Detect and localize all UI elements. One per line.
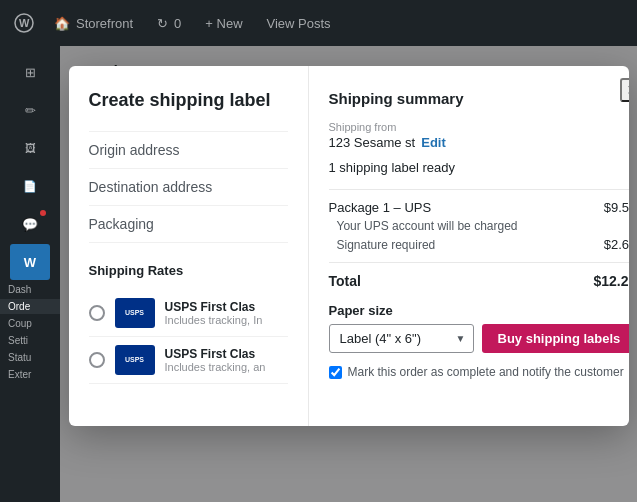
total-price: $12.22 [593, 273, 628, 289]
paper-size-section: Paper size Label (4" x 6") Label (4" x 8… [329, 303, 629, 353]
sidebar-icon-comments[interactable]: 💬 [10, 206, 50, 242]
view-posts-label: View Posts [267, 16, 331, 31]
notify-checkbox-row: Mark this order as complete and notify t… [329, 365, 629, 379]
rate-name-1: USPS First Clas [165, 347, 288, 361]
rate-item-1[interactable]: USPS USPS First Clas Includes tracking, … [89, 337, 288, 384]
summary-title: Shipping summary [329, 90, 629, 107]
address-row: 123 Sesame st Edit [329, 135, 629, 150]
total-row: Total $12.22 [329, 273, 629, 289]
sidebar-icon-posts[interactable]: ✏ [10, 92, 50, 128]
modal-right-panel: × Shipping summary Shipping from 123 Ses… [309, 66, 629, 426]
from-address: 123 Sesame st [329, 135, 416, 150]
rate-name-0: USPS First Clas [165, 300, 288, 314]
updates-icon: ↻ [157, 16, 168, 31]
sidebar-text-coupons[interactable]: Coup [0, 316, 60, 331]
paper-size-select[interactable]: Label (4" x 6") Label (4" x 8") Paper (8… [329, 324, 474, 353]
total-label: Total [329, 273, 361, 289]
wp-logo[interactable]: W [8, 7, 40, 39]
label-ready-text: 1 shipping label ready [329, 160, 629, 175]
shipping-modal: Create shipping label Origin address Des… [69, 66, 629, 426]
rate-item-0[interactable]: USPS USPS First Clas Includes tracking, … [89, 290, 288, 337]
sidebar-icon-media[interactable]: 🖼 [10, 130, 50, 166]
content-area: Orders Create shipping label Origin addr… [60, 46, 637, 502]
sidebar-text-dashboard[interactable]: Dash [0, 282, 60, 297]
new-nav[interactable]: + New [195, 0, 252, 46]
step-origin[interactable]: Origin address [89, 131, 288, 169]
main-layout: ⊞ ✏ 🖼 📄 💬 W Dash Orde Coup Setti Statu E… [0, 46, 637, 502]
rate-radio-1[interactable] [89, 352, 105, 368]
rate-desc-0: Includes tracking, In [165, 314, 288, 326]
storefront-nav[interactable]: 🏠 Storefront [44, 0, 143, 46]
signature-label: Signature required [329, 238, 436, 252]
sidebar-icon-pages[interactable]: 📄 [10, 168, 50, 204]
sidebar-text-settings[interactable]: Setti [0, 333, 60, 348]
shipping-from-label: Shipping from [329, 121, 629, 133]
close-button[interactable]: × [620, 78, 628, 102]
package-line: Package 1 – UPS $9.57 [329, 200, 629, 215]
sidebar-text-extensions[interactable]: Exter [0, 367, 60, 382]
divider-2 [329, 262, 629, 263]
rate-info-0: USPS First Clas Includes tracking, In [165, 300, 288, 326]
notify-label: Mark this order as complete and notify t… [348, 365, 624, 379]
admin-bar: W 🏠 Storefront ↻ 0 + New View Posts [0, 0, 637, 46]
rate-info-1: USPS First Clas Includes tracking, an [165, 347, 288, 373]
rate-desc-1: Includes tracking, an [165, 361, 288, 373]
signature-price: $2.65 [604, 237, 629, 252]
modal-left-panel: Create shipping label Origin address Des… [69, 66, 309, 426]
notify-checkbox[interactable] [329, 366, 342, 379]
house-icon: 🏠 [54, 16, 70, 31]
storefront-label: Storefront [76, 16, 133, 31]
divider-1 [329, 189, 629, 190]
step-packaging[interactable]: Packaging [89, 206, 288, 243]
carrier-logo-1: USPS [115, 345, 155, 375]
sidebar-icon-dashboard[interactable]: ⊞ [10, 54, 50, 90]
carrier-logo-0: USPS [115, 298, 155, 328]
modal-title: Create shipping label [89, 90, 288, 111]
package-label: Package 1 – UPS [329, 200, 432, 215]
package-price: $9.57 [604, 200, 629, 215]
paper-size-label: Paper size [329, 303, 629, 318]
paper-size-select-wrapper: Label (4" x 6") Label (4" x 8") Paper (8… [329, 324, 474, 353]
address-steps: Origin address Destination address Packa… [89, 131, 288, 243]
carrier-logo-text-0: USPS [125, 309, 144, 317]
edit-address-link[interactable]: Edit [421, 135, 446, 150]
modal-overlay: Create shipping label Origin address Des… [60, 46, 637, 502]
new-label: + New [205, 16, 242, 31]
buy-labels-button[interactable]: Buy shipping labels [482, 324, 629, 353]
view-posts-nav[interactable]: View Posts [257, 0, 341, 46]
carrier-logo-text-1: USPS [125, 356, 144, 364]
svg-text:W: W [19, 17, 30, 29]
paper-size-row: Label (4" x 6") Label (4" x 8") Paper (8… [329, 324, 629, 353]
sidebar-text-status[interactable]: Statu [0, 350, 60, 365]
sidebar-text-orders[interactable]: Orde [0, 299, 60, 314]
updates-nav[interactable]: ↻ 0 [147, 0, 191, 46]
step-destination[interactable]: Destination address [89, 169, 288, 206]
signature-line: Signature required $2.65 [329, 237, 629, 252]
shipping-rates-header: Shipping Rates [89, 263, 288, 278]
ups-charge-text: Your UPS account will be charged [329, 219, 518, 233]
rate-radio-0[interactable] [89, 305, 105, 321]
sidebar: ⊞ ✏ 🖼 📄 💬 W Dash Orde Coup Setti Statu E… [0, 46, 60, 502]
updates-count: 0 [174, 16, 181, 31]
ups-charge-line: Your UPS account will be charged [329, 219, 629, 233]
sidebar-icon-woocommerce[interactable]: W [10, 244, 50, 280]
